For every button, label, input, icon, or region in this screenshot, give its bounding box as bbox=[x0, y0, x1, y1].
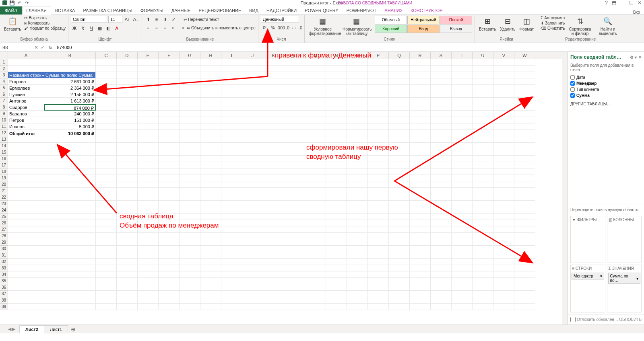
cell[interactable] bbox=[180, 220, 200, 226]
field-checkbox[interactable]: Менеджер bbox=[570, 80, 642, 86]
cell[interactable] bbox=[514, 85, 535, 91]
area-filters[interactable]: ▼ФИЛЬТРЫ bbox=[570, 216, 605, 263]
cell[interactable] bbox=[96, 66, 117, 72]
cell[interactable] bbox=[263, 123, 284, 130]
cell[interactable] bbox=[159, 233, 180, 239]
cell[interactable] bbox=[180, 252, 200, 259]
vertical-scrollbar[interactable] bbox=[562, 52, 568, 325]
cell[interactable] bbox=[514, 168, 535, 175]
col-header-E[interactable]: E bbox=[138, 52, 159, 59]
cell[interactable] bbox=[431, 265, 452, 271]
cell[interactable] bbox=[242, 181, 263, 188]
cell[interactable] bbox=[8, 175, 44, 181]
cell[interactable] bbox=[410, 188, 431, 194]
cell[interactable] bbox=[514, 104, 535, 111]
cell[interactable] bbox=[117, 72, 138, 78]
cell[interactable] bbox=[138, 271, 159, 278]
dec-decimal-icon[interactable]: ←.0 bbox=[295, 24, 302, 31]
cell[interactable] bbox=[493, 149, 514, 156]
cell[interactable] bbox=[368, 246, 389, 252]
cell[interactable] bbox=[242, 297, 263, 304]
cell[interactable] bbox=[473, 284, 493, 291]
cell[interactable] bbox=[473, 271, 493, 278]
cell[interactable] bbox=[347, 78, 368, 85]
cell[interactable] bbox=[368, 188, 389, 194]
cell[interactable] bbox=[368, 104, 389, 111]
cell[interactable] bbox=[514, 207, 535, 214]
cell[interactable] bbox=[44, 136, 96, 143]
new-sheet-button[interactable]: ⊕ bbox=[68, 326, 76, 333]
cell[interactable] bbox=[263, 214, 284, 220]
cell[interactable] bbox=[493, 78, 514, 85]
cell[interactable] bbox=[284, 175, 305, 181]
row-header[interactable]: 26 bbox=[0, 220, 8, 226]
cell[interactable] bbox=[368, 207, 389, 214]
row-header[interactable]: 15 bbox=[0, 149, 8, 156]
cell[interactable] bbox=[326, 123, 347, 130]
cell[interactable] bbox=[221, 66, 242, 72]
cell[interactable] bbox=[389, 175, 410, 181]
italic-button[interactable]: К bbox=[79, 25, 87, 32]
inc-decimal-icon[interactable]: .0→ bbox=[286, 24, 293, 31]
cell[interactable] bbox=[242, 271, 263, 278]
cell[interactable] bbox=[8, 297, 44, 304]
cell[interactable] bbox=[452, 91, 473, 98]
cell[interactable] bbox=[410, 66, 431, 72]
cell[interactable] bbox=[514, 304, 535, 310]
cell[interactable] bbox=[44, 143, 96, 149]
cell[interactable] bbox=[200, 220, 221, 226]
cell[interactable] bbox=[180, 265, 200, 271]
cell[interactable] bbox=[200, 194, 221, 201]
cell[interactable] bbox=[410, 284, 431, 291]
cell[interactable] bbox=[200, 72, 221, 78]
cell[interactable] bbox=[389, 214, 410, 220]
cell[interactable] bbox=[117, 85, 138, 91]
format-cell-button[interactable]: ◫Формат bbox=[518, 16, 536, 32]
row-header[interactable]: 38 bbox=[0, 297, 8, 304]
cell[interactable] bbox=[326, 136, 347, 143]
cell[interactable] bbox=[493, 175, 514, 181]
cell[interactable] bbox=[138, 136, 159, 143]
cell[interactable] bbox=[200, 59, 221, 66]
cell[interactable] bbox=[8, 246, 44, 252]
cell[interactable] bbox=[368, 201, 389, 207]
cell[interactable] bbox=[284, 149, 305, 156]
cell[interactable] bbox=[347, 85, 368, 91]
cell[interactable] bbox=[117, 149, 138, 156]
cell[interactable]: Егорова bbox=[8, 78, 44, 85]
cell[interactable] bbox=[263, 78, 284, 85]
cell[interactable] bbox=[410, 265, 431, 271]
cell[interactable] bbox=[138, 78, 159, 85]
cell[interactable] bbox=[138, 278, 159, 284]
cell[interactable] bbox=[221, 207, 242, 214]
cell[interactable] bbox=[180, 226, 200, 233]
cell[interactable] bbox=[473, 259, 493, 265]
cell[interactable] bbox=[347, 265, 368, 271]
cell[interactable] bbox=[117, 59, 138, 66]
col-header-A[interactable]: A bbox=[8, 52, 44, 59]
cell[interactable] bbox=[389, 239, 410, 246]
cell[interactable] bbox=[347, 226, 368, 233]
cell[interactable] bbox=[326, 175, 347, 181]
cell[interactable] bbox=[368, 59, 389, 66]
cell[interactable] bbox=[493, 220, 514, 226]
cell[interactable]: 874 000 ₽ bbox=[44, 104, 96, 111]
cell[interactable] bbox=[473, 278, 493, 284]
cell[interactable] bbox=[305, 233, 326, 239]
cell[interactable] bbox=[44, 207, 96, 214]
cell[interactable] bbox=[431, 214, 452, 220]
cell[interactable] bbox=[159, 175, 180, 181]
cell[interactable] bbox=[473, 66, 493, 72]
cell[interactable] bbox=[326, 91, 347, 98]
cell[interactable] bbox=[326, 220, 347, 226]
cell[interactable] bbox=[242, 188, 263, 194]
cell[interactable] bbox=[514, 220, 535, 226]
cell[interactable] bbox=[410, 130, 431, 136]
cell[interactable] bbox=[242, 246, 263, 252]
cell[interactable] bbox=[368, 304, 389, 310]
cell[interactable] bbox=[284, 66, 305, 72]
wrap-text-button[interactable]: ↩Перенести текст bbox=[184, 17, 219, 22]
cell[interactable] bbox=[305, 156, 326, 162]
cell[interactable] bbox=[410, 104, 431, 111]
cell[interactable] bbox=[514, 226, 535, 233]
